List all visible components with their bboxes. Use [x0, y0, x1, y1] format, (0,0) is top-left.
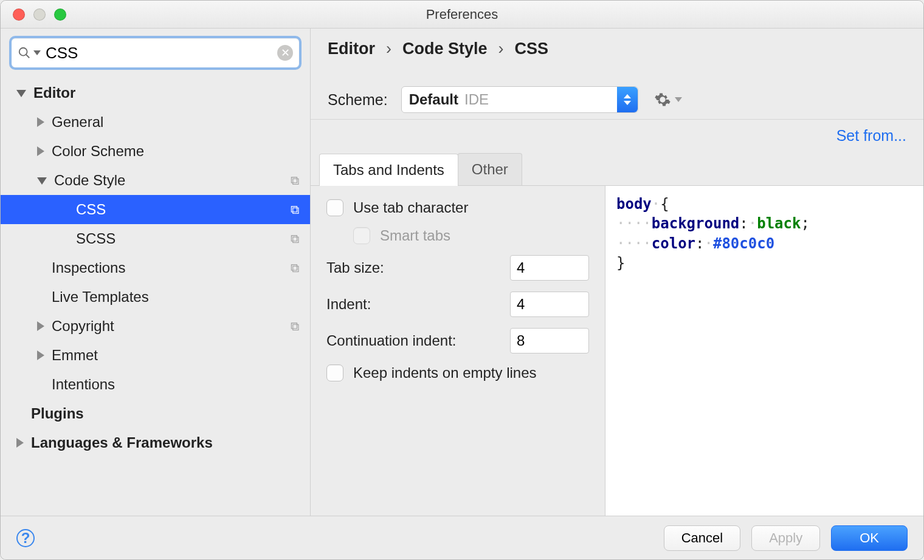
tree-item-editor[interactable]: Editor — [1, 78, 310, 108]
tree-item-label: Intentions — [52, 376, 299, 393]
content: ✕ EditorGeneralColor SchemeCode Style⧉CS… — [1, 29, 923, 516]
crumb-css: CSS — [515, 39, 549, 58]
window-title: Preferences — [1, 7, 923, 22]
sidebar: ✕ EditorGeneralColor SchemeCode Style⧉CS… — [1, 29, 311, 516]
indent-input[interactable] — [510, 292, 589, 317]
tree-item-general[interactable]: General — [1, 108, 310, 137]
tree-item-label: Code Style — [54, 172, 291, 189]
use-tab-character-label: Use tab character — [353, 199, 468, 216]
copy-icon[interactable]: ⧉ — [291, 261, 299, 275]
apply-button: Apply — [751, 525, 820, 551]
preview-val2: #80c0c0 — [713, 235, 774, 252]
tree-item-label: Inspections — [52, 259, 291, 276]
crumb-sep: › — [498, 39, 504, 58]
crumb-editor[interactable]: Editor — [328, 39, 375, 58]
tree-item-label: Copyright — [52, 318, 291, 335]
disclosure-icon[interactable] — [16, 90, 26, 97]
svg-line-1 — [26, 55, 30, 58]
cancel-button[interactable]: Cancel — [664, 525, 740, 551]
cont-indent-label: Continuation indent: — [326, 332, 500, 349]
panel: Use tab character Smart tabs Tab size: I… — [311, 186, 923, 516]
tree-item-color-scheme[interactable]: Color Scheme — [1, 137, 310, 166]
tab-size-label: Tab size: — [326, 259, 500, 276]
ok-button[interactable]: OK — [831, 525, 908, 551]
copy-icon[interactable]: ⧉ — [291, 203, 299, 217]
tree-item-label: General — [52, 114, 299, 131]
disclosure-icon[interactable] — [37, 350, 44, 360]
disclosure-icon[interactable] — [37, 177, 47, 185]
scheme-select[interactable]: Default IDE — [401, 86, 638, 113]
svg-point-0 — [19, 48, 27, 56]
scheme-stepper-icon[interactable] — [617, 87, 638, 112]
chevron-down-icon — [675, 97, 682, 102]
use-tab-character-checkbox[interactable] — [326, 199, 343, 216]
keep-indents-checkbox[interactable] — [326, 364, 343, 381]
scheme-sub: IDE — [464, 91, 489, 108]
keep-indents-row: Keep indents on empty lines — [326, 364, 589, 381]
scheme-name: Default — [409, 91, 458, 108]
scheme-actions-button[interactable] — [654, 91, 682, 108]
title-bar: Preferences — [1, 1, 923, 29]
preview-prop1: background — [652, 215, 740, 232]
smart-tabs-row: Smart tabs — [353, 227, 589, 244]
set-from-link[interactable]: Set from... — [836, 127, 906, 144]
tree-item-emmet[interactable]: Emmet — [1, 341, 310, 370]
gear-icon — [654, 91, 671, 108]
tree-item-code-style[interactable]: Code Style⧉ — [1, 166, 310, 195]
tabs: Tabs and Indents Other — [311, 153, 923, 186]
use-tab-character-row: Use tab character — [326, 199, 589, 216]
settings-tree[interactable]: EditorGeneralColor SchemeCode Style⧉CSS⧉… — [1, 76, 310, 516]
cont-indent-row: Continuation indent: — [326, 328, 589, 353]
cont-indent-input[interactable] — [510, 328, 589, 353]
tree-item-label: Languages & Frameworks — [31, 434, 299, 451]
copy-icon[interactable]: ⧉ — [291, 232, 299, 246]
crumb-code-style[interactable]: Code Style — [402, 39, 488, 58]
disclosure-icon[interactable] — [16, 438, 24, 448]
disclosure-icon[interactable] — [37, 146, 44, 156]
tree-item-css[interactable]: CSS⧉ — [1, 195, 310, 224]
disclosure-icon[interactable] — [37, 117, 44, 127]
preview-val1: black — [757, 215, 801, 232]
scheme-row: Scheme: Default IDE — [311, 72, 923, 120]
smart-tabs-checkbox — [353, 227, 370, 244]
set-from-row: Set from... — [311, 120, 923, 149]
tree-item-label: Color Scheme — [52, 143, 299, 160]
copy-icon[interactable]: ⧉ — [291, 319, 299, 333]
search-icon — [18, 46, 31, 60]
tree-item-label: Emmet — [52, 347, 299, 364]
copy-icon[interactable]: ⧉ — [291, 174, 299, 188]
tree-item-label: Editor — [33, 84, 299, 101]
preview-prop2: color — [652, 235, 695, 252]
search-history-icon[interactable] — [33, 50, 41, 55]
tree-item-inspections[interactable]: Inspections⧉ — [1, 253, 310, 282]
tree-item-intentions[interactable]: Intentions — [1, 370, 310, 399]
tab-size-input[interactable] — [510, 255, 589, 281]
search-input[interactable] — [46, 44, 277, 63]
indent-row: Indent: — [326, 292, 589, 317]
disclosure-icon[interactable] — [37, 321, 44, 331]
settings-form: Use tab character Smart tabs Tab size: I… — [311, 186, 605, 516]
breadcrumb-wrap: Editor › Code Style › CSS — [311, 29, 923, 61]
smart-tabs-label: Smart tabs — [380, 227, 450, 244]
tree-item-label: Plugins — [31, 405, 299, 422]
tree-item-plugins[interactable]: Plugins — [1, 399, 310, 428]
indent-label: Indent: — [326, 296, 500, 313]
tab-other[interactable]: Other — [458, 153, 522, 185]
footer: ? Cancel Apply OK — [1, 516, 923, 559]
search-field[interactable]: ✕ — [9, 36, 302, 70]
tree-item-label: CSS — [76, 201, 291, 218]
tree-item-languages-frameworks[interactable]: Languages & Frameworks — [1, 428, 310, 457]
tab-tabs-and-indents[interactable]: Tabs and Indents — [319, 154, 458, 186]
search-wrap: ✕ — [1, 29, 310, 76]
preview-selector: body — [616, 196, 652, 213]
tree-item-live-templates[interactable]: Live Templates — [1, 282, 310, 312]
tree-item-copyright[interactable]: Copyright⧉ — [1, 312, 310, 341]
tab-size-row: Tab size: — [326, 255, 589, 281]
clear-search-icon[interactable]: ✕ — [277, 45, 293, 61]
main-panel: Editor › Code Style › CSS Scheme: Defaul… — [311, 29, 923, 516]
help-button[interactable]: ? — [16, 529, 35, 547]
crumb-sep: › — [386, 39, 391, 58]
tree-item-scss[interactable]: SCSS⧉ — [1, 224, 310, 253]
breadcrumb: Editor › Code Style › CSS — [328, 39, 906, 58]
tree-item-label: Live Templates — [52, 289, 299, 306]
